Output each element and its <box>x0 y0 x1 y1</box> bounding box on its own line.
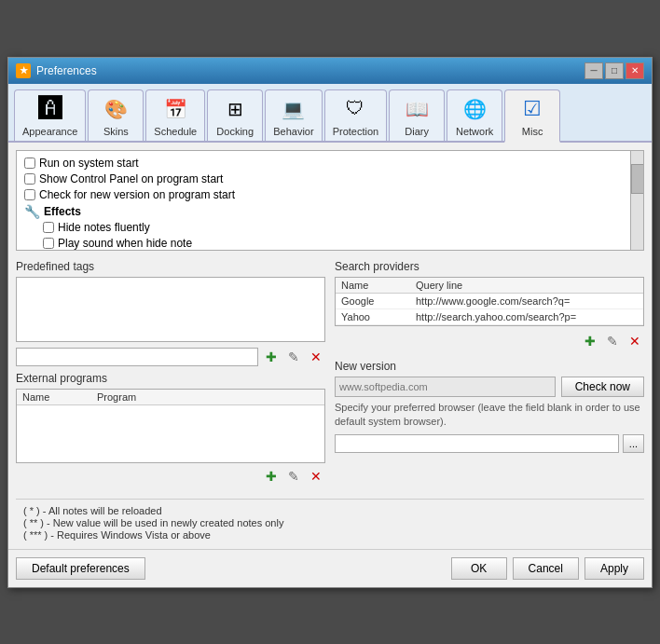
sp-yahoo-query: http://search.yahoo.com/search?p= <box>416 311 576 322</box>
new-version-description: Specify your preferred browser (leave th… <box>335 401 644 430</box>
tab-network-label: Network <box>456 126 493 137</box>
external-programs-box: Name Program <box>16 389 325 463</box>
bottom-bar: Default preferences OK Cancel Apply <box>8 549 652 587</box>
effects-label-row: 🔧 Effects <box>24 204 636 219</box>
check-version-label: Check for new version on program start <box>39 188 235 201</box>
action-buttons: OK Cancel Apply <box>451 557 644 580</box>
minimize-button[interactable]: ─ <box>584 62 603 79</box>
run-on-start-checkbox[interactable] <box>24 158 35 169</box>
right-column: Search providers Name Query line Google … <box>335 260 644 491</box>
schedule-icon: 📅 <box>160 94 190 124</box>
tag-input[interactable] <box>16 348 258 366</box>
sp-google-name: Google <box>341 295 416 307</box>
left-column: Predefined tags ✚ ✎ ✕ External programs … <box>16 260 325 491</box>
sp-actions: ✚ ✎ ✕ <box>335 332 644 350</box>
footer-note-3: ( *** ) - Requires Windows Vista or abov… <box>23 529 637 541</box>
tab-appearance[interactable]: 🅰 Appearance <box>14 89 86 141</box>
tab-misc[interactable]: ☑ Misc <box>504 89 560 143</box>
sp-query-col: Query line <box>416 280 462 291</box>
browser-path-input[interactable] <box>335 434 619 453</box>
run-on-start-row: Run on system start <box>24 157 636 170</box>
sp-header: Name Query line <box>336 278 643 294</box>
tab-schedule-label: Schedule <box>154 126 197 137</box>
external-programs-title: External programs <box>16 372 325 385</box>
delete-tag-button[interactable]: ✕ <box>307 348 325 366</box>
edit-tag-button[interactable]: ✎ <box>284 348 303 366</box>
ext-programs-program-col: Program <box>97 391 136 403</box>
tab-behavior-label: Behavior <box>273 126 313 137</box>
run-on-start-label: Run on system start <box>39 157 139 170</box>
footer-note-2: ( ** ) - New value will be used in newly… <box>23 517 637 528</box>
apply-button[interactable]: Apply <box>584 557 644 580</box>
sp-yahoo-name: Yahoo <box>341 311 416 322</box>
play-sound-checkbox[interactable] <box>43 238 54 249</box>
cancel-button[interactable]: Cancel <box>513 557 579 580</box>
startup-options-box: Run on system start Show Control Panel o… <box>16 150 644 251</box>
footer-note-1: ( * ) - All notes will be reloaded <box>23 505 637 516</box>
add-program-button[interactable]: ✚ <box>262 467 281 486</box>
delete-program-button[interactable]: ✕ <box>307 467 325 486</box>
app-icon: ★ <box>16 63 31 78</box>
ext-programs-name-col: Name <box>22 391 97 403</box>
tab-diary-label: Diary <box>405 126 429 137</box>
tab-docking[interactable]: ⊞ Docking <box>207 89 263 141</box>
ext-programs-header: Name Program <box>17 390 324 405</box>
behavior-icon: 💻 <box>279 94 309 124</box>
maximize-button[interactable]: □ <box>605 62 624 79</box>
tabs-bar: 🅰 Appearance 🎨 Skins 📅 Schedule ⊞ Dockin… <box>8 84 652 143</box>
edit-provider-button[interactable]: ✎ <box>603 332 622 350</box>
version-url-input[interactable] <box>335 377 556 397</box>
browse-button[interactable]: ... <box>623 434 644 453</box>
play-sound-row: Play sound when hide note <box>24 237 636 250</box>
check-now-button[interactable]: Check now <box>561 377 644 397</box>
default-preferences-button[interactable]: Default preferences <box>16 557 145 580</box>
window-title: Preferences <box>36 64 97 77</box>
new-version-title: New version <box>335 360 644 373</box>
tab-network[interactable]: 🌐 Network <box>447 89 502 141</box>
edit-program-button[interactable]: ✎ <box>284 467 303 486</box>
diary-icon: 📖 <box>402 94 432 124</box>
predefined-tags-box <box>16 277 325 342</box>
tab-skins[interactable]: 🎨 Skins <box>88 89 144 141</box>
effects-icon: 🔧 <box>24 204 40 219</box>
main-content: Run on system start Show Control Panel o… <box>8 143 652 549</box>
tag-input-row: ✚ ✎ ✕ <box>16 348 325 366</box>
hide-notes-checkbox[interactable] <box>43 222 54 233</box>
tab-misc-label: Misc <box>522 126 543 137</box>
two-column-section: Predefined tags ✚ ✎ ✕ External programs … <box>16 260 644 491</box>
tab-schedule[interactable]: 📅 Schedule <box>145 89 205 141</box>
delete-provider-button[interactable]: ✕ <box>626 332 644 350</box>
network-icon: 🌐 <box>460 94 489 124</box>
preferences-window: ★ Preferences ─ □ ✕ 🅰 Appearance 🎨 Skins… <box>7 57 653 588</box>
appearance-icon: 🅰 <box>35 94 65 124</box>
options-scrollbar[interactable] <box>630 151 643 250</box>
tab-behavior[interactable]: 💻 Behavior <box>265 89 322 141</box>
hide-notes-label: Hide notes fluently <box>58 221 150 234</box>
add-tag-button[interactable]: ✚ <box>262 348 281 366</box>
sp-google-row: Google http://www.google.com/search?q= <box>336 294 643 309</box>
sp-yahoo-row: Yahoo http://search.yahoo.com/search?p= <box>336 309 643 325</box>
predefined-tags-title: Predefined tags <box>16 260 325 273</box>
hide-notes-row: Hide notes fluently <box>24 221 636 234</box>
sp-name-col: Name <box>341 280 416 291</box>
ok-button[interactable]: OK <box>451 557 507 580</box>
title-bar: ★ Preferences ─ □ ✕ <box>8 58 652 84</box>
search-providers-title: Search providers <box>335 260 644 273</box>
skins-icon: 🎨 <box>101 94 131 124</box>
tab-diary[interactable]: 📖 Diary <box>389 89 445 141</box>
show-control-panel-checkbox[interactable] <box>24 173 35 185</box>
docking-icon: ⊞ <box>220 94 250 124</box>
add-provider-button[interactable]: ✚ <box>581 332 599 350</box>
tab-protection-label: Protection <box>333 126 379 137</box>
show-control-panel-label: Show Control Panel on program start <box>39 172 223 185</box>
tab-appearance-label: Appearance <box>22 126 77 137</box>
close-button[interactable]: ✕ <box>626 62 644 79</box>
misc-icon: ☑ <box>517 94 547 124</box>
check-version-checkbox[interactable] <box>24 189 35 200</box>
tab-skins-label: Skins <box>103 126 129 137</box>
check-now-row: Check now <box>335 377 644 397</box>
check-version-row: Check for new version on program start <box>24 188 636 201</box>
show-control-panel-row: Show Control Panel on program start <box>24 172 636 185</box>
tab-protection[interactable]: 🛡 Protection <box>324 89 388 141</box>
window-controls: ─ □ ✕ <box>584 62 644 79</box>
